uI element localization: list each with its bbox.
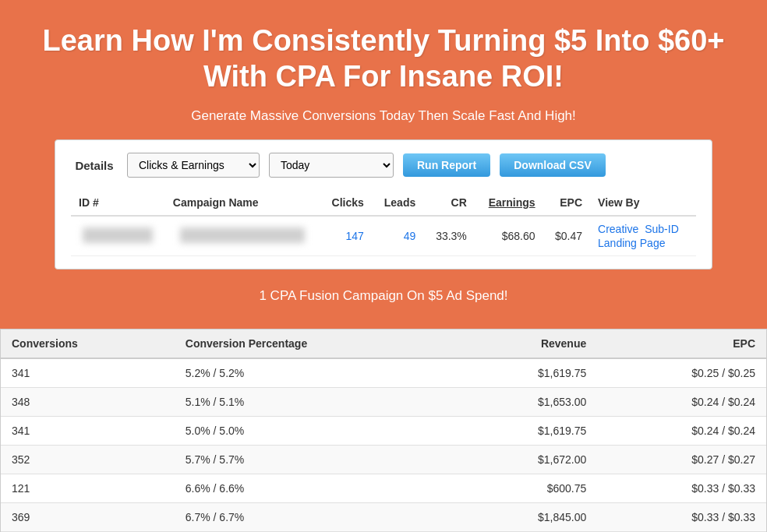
row-campaign-name [165, 216, 320, 256]
stats-conversions: 121 [1, 474, 175, 503]
col-campaign: Campaign Name [165, 190, 320, 216]
report-toolbar: Details Clicks & Earnings Impressions Co… [71, 153, 696, 178]
stats-row: 3415.0% / 5.0%$1,619.75$0.24 / $0.24 [1, 417, 766, 446]
stats-conversions: 341 [1, 358, 175, 388]
col-clicks: Clicks [320, 190, 372, 216]
row-epc: $0.47 [543, 216, 590, 256]
col-cr: CR [423, 190, 475, 216]
campaign-subtitle: 1 CPA Fusion Campaign On $5 Ad Spend! [31, 282, 736, 313]
stats-conversion-pct: 5.2% / 5.2% [175, 358, 458, 388]
stats-conversions: 352 [1, 446, 175, 474]
stats-revenue: $1,653.00 [458, 388, 597, 417]
stats-row: 3696.7% / 6.7%$1,845.00$0.33 / $0.33 [1, 503, 766, 532]
creative-link[interactable]: Creative [598, 223, 638, 235]
stats-row: 3415.2% / 5.2%$1,619.75$0.25 / $0.25 [1, 358, 766, 388]
col-earnings: Earnings [475, 190, 543, 216]
stats-conversions: 369 [1, 503, 175, 532]
stats-epc: $0.25 / $0.25 [597, 358, 766, 388]
row-id [71, 216, 165, 256]
stats-revenue: $1,619.75 [458, 417, 597, 446]
landing-page-link[interactable]: Landing Page [598, 237, 665, 249]
stats-revenue: $1,672.00 [458, 446, 597, 474]
stats-table-wrapper: Conversions Conversion Percentage Revenu… [0, 329, 767, 532]
stats-col-revenue: Revenue [458, 329, 597, 358]
stats-revenue: $1,845.00 [458, 503, 597, 532]
view-by-cell: Creative Sub-ID Landing Page [598, 223, 688, 249]
stats-conversion-pct: 6.6% / 6.6% [175, 474, 458, 503]
stats-conversion-pct: 5.0% / 5.0% [175, 417, 458, 446]
report-table: ID # Campaign Name Clicks Leads CR Earni… [71, 190, 696, 256]
stats-col-epc: EPC [597, 329, 766, 358]
row-earnings: $68.60 [475, 216, 543, 256]
col-view-by: View By [590, 190, 696, 216]
blurred-id [83, 227, 153, 243]
view-by-row-1: Creative Sub-ID [598, 223, 688, 235]
row-cr: 33.3% [423, 216, 475, 256]
stats-epc: $0.27 / $0.27 [597, 446, 766, 474]
stats-revenue: $600.75 [458, 474, 597, 503]
date-select[interactable]: Today Yesterday Last 7 Days This Month [269, 153, 394, 178]
run-report-button[interactable]: Run Report [403, 153, 490, 177]
row-view-by: Creative Sub-ID Landing Page [590, 216, 696, 256]
stats-row: 1216.6% / 6.6%$600.75$0.33 / $0.33 [1, 474, 766, 503]
col-leads: Leads [372, 190, 423, 216]
stats-epc: $0.33 / $0.33 [597, 503, 766, 532]
stats-col-conversions: Conversions [1, 329, 175, 358]
table-row: 147 49 33.3% $68.60 $0.47 Creative Sub-I… [71, 216, 696, 256]
stats-table: Conversions Conversion Percentage Revenu… [1, 329, 766, 532]
stats-epc: $0.24 / $0.24 [597, 388, 766, 417]
stats-epc: $0.33 / $0.33 [597, 474, 766, 503]
stats-col-conversion-pct: Conversion Percentage [175, 329, 458, 358]
stats-conversion-pct: 6.7% / 6.7% [175, 503, 458, 532]
sub-id-link[interactable]: Sub-ID [645, 223, 679, 235]
view-by-row-2: Landing Page [598, 237, 688, 249]
hero-title: Learn How I'm Consistently Turning $5 In… [31, 23, 736, 94]
clicks-earnings-select[interactable]: Clicks & Earnings Impressions Conversion… [127, 153, 260, 178]
hero-section: Learn How I'm Consistently Turning $5 In… [0, 0, 767, 329]
col-epc: EPC [543, 190, 590, 216]
report-panel: Details Clicks & Earnings Impressions Co… [55, 139, 712, 270]
blurred-campaign [180, 227, 305, 243]
stats-conversion-pct: 5.7% / 5.7% [175, 446, 458, 474]
row-clicks[interactable]: 147 [320, 216, 372, 256]
details-label: Details [71, 159, 118, 172]
stats-revenue: $1,619.75 [458, 358, 597, 388]
download-csv-button[interactable]: Download CSV [500, 153, 606, 177]
stats-row: 3525.7% / 5.7%$1,672.00$0.27 / $0.27 [1, 446, 766, 474]
col-id: ID # [71, 190, 165, 216]
stats-conversions: 348 [1, 388, 175, 417]
row-leads[interactable]: 49 [372, 216, 423, 256]
stats-row: 3485.1% / 5.1%$1,653.00$0.24 / $0.24 [1, 388, 766, 417]
stats-epc: $0.24 / $0.24 [597, 417, 766, 446]
hero-subtitle: Generate Massive Conversions Today Then … [31, 108, 736, 124]
stats-conversion-pct: 5.1% / 5.1% [175, 388, 458, 417]
stats-conversions: 341 [1, 417, 175, 446]
